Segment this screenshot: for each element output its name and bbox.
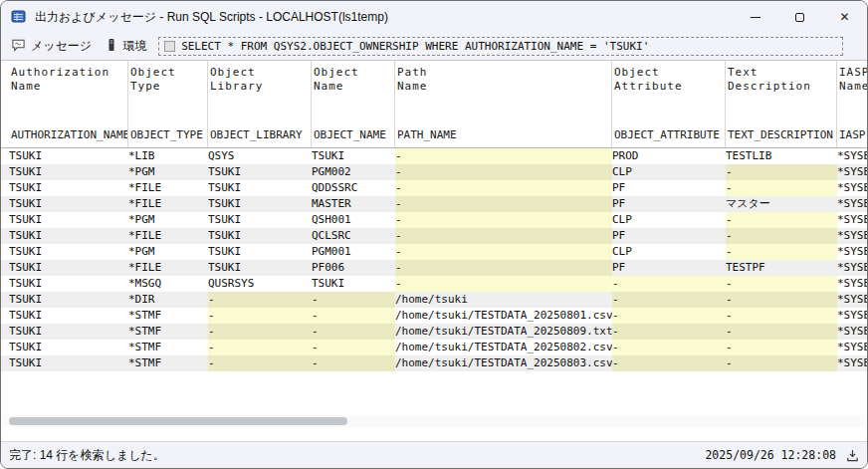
scrollbar-thumb[interactable] [9, 417, 347, 425]
table-row[interactable]: TSUKI*STMF--/home/tsuki/TESTDATA_2025080… [1, 355, 867, 371]
table-cell[interactable]: PF [612, 228, 726, 244]
table-cell[interactable]: - [312, 292, 395, 308]
table-cell[interactable]: TSUKI [9, 292, 128, 308]
table-cell[interactable]: PROD [612, 148, 726, 164]
table-cell[interactable]: - [612, 324, 726, 340]
table-cell[interactable]: - [395, 148, 612, 164]
table-cell[interactable]: - [612, 355, 726, 371]
table-cell[interactable]: *SYSB [837, 340, 867, 355]
table-cell[interactable]: TSUKI [208, 180, 312, 196]
table-cell[interactable]: マスター [726, 196, 837, 212]
table-cell[interactable]: - [208, 340, 312, 355]
table-cell[interactable]: - [726, 244, 837, 260]
table-cell[interactable]: *SYSB [837, 355, 867, 371]
table-cell[interactable]: - [612, 292, 726, 308]
table-cell[interactable]: CLP [612, 212, 726, 228]
table-cell[interactable]: *SYSB [837, 308, 867, 324]
table-cell[interactable]: QDDSSRC [312, 180, 395, 196]
table-cell[interactable]: *SYSB [837, 324, 867, 340]
table-row[interactable]: TSUKI*STMF--/home/tsuki/TESTDATA_2025080… [1, 324, 867, 340]
minimize-button[interactable] [733, 1, 777, 33]
sql-statement-field[interactable]: SELECT * FROM QSYS2.OBJECT_OWNERSHIP WHE… [158, 37, 843, 56]
table-cell[interactable]: *FILE [128, 196, 208, 212]
close-button[interactable]: ✕ [822, 1, 867, 33]
table-cell[interactable]: TSUKI [9, 180, 128, 196]
table-cell[interactable]: *STMF [128, 308, 208, 324]
table-cell[interactable]: QSYS [208, 148, 312, 164]
table-cell[interactable]: - [395, 244, 612, 260]
table-row[interactable]: TSUKI*LIBQSYSTSUKI-PRODTESTLIB*SYSB [1, 148, 867, 164]
table-cell[interactable]: TSUKI [9, 308, 128, 324]
table-cell[interactable]: TSUKI [9, 276, 128, 292]
table-cell[interactable]: TSUKI [208, 196, 312, 212]
table-cell[interactable]: PF [612, 196, 726, 212]
table-cell[interactable]: TESTPF [726, 260, 837, 276]
table-cell[interactable]: PGM001 [312, 244, 395, 260]
table-cell[interactable]: - [726, 212, 837, 228]
table-row[interactable]: TSUKI*STMF--/home/tsuki/TESTDATA_2025080… [1, 340, 867, 355]
table-cell[interactable]: *SYSB [837, 196, 867, 212]
column-header[interactable]: ObjectTypeOBJECT_TYPE [128, 61, 208, 147]
table-cell[interactable]: TSUKI [312, 276, 395, 292]
table-row[interactable]: TSUKI*MSGQQUSRSYSTSUKI---*SYSB [1, 276, 867, 292]
table-cell[interactable]: - [726, 355, 837, 371]
table-cell[interactable]: *STMF [128, 340, 208, 355]
table-cell[interactable]: QUSRSYS [208, 276, 312, 292]
table-cell[interactable]: TSUKI [9, 212, 128, 228]
table-cell[interactable]: - [395, 180, 612, 196]
table-cell[interactable]: TSUKI [9, 164, 128, 180]
table-cell[interactable]: *SYSB [837, 180, 867, 196]
table-row[interactable]: TSUKI*FILETSUKIQDDSSRC-PF-*SYSB [1, 180, 867, 196]
table-cell[interactable]: *DIR [128, 292, 208, 308]
table-cell[interactable]: QCLSRC [312, 228, 395, 244]
table-cell[interactable]: QSH001 [312, 212, 395, 228]
table-row[interactable]: TSUKI*STMF--/home/tsuki/TESTDATA_2025080… [1, 308, 867, 324]
table-cell[interactable]: - [312, 324, 395, 340]
table-cell[interactable]: - [208, 355, 312, 371]
table-cell[interactable]: *FILE [128, 228, 208, 244]
table-cell[interactable]: *FILE [128, 260, 208, 276]
table-cell[interactable]: /home/tsuki/TESTDATA_20250809.txt [395, 324, 612, 340]
table-cell[interactable]: *SYSB [837, 164, 867, 180]
table-cell[interactable]: PGM002 [312, 164, 395, 180]
table-cell[interactable]: - [312, 355, 395, 371]
table-cell[interactable]: TESTLIB [726, 148, 837, 164]
column-header[interactable]: PathNamePATH_NAME [395, 61, 612, 147]
table-cell[interactable]: - [612, 276, 726, 292]
table-cell[interactable]: - [395, 196, 612, 212]
column-header[interactable]: AuthorizationNameAUTHORIZATION_NAME [9, 61, 128, 147]
table-cell[interactable]: - [208, 292, 312, 308]
column-header[interactable]: ObjectNameOBJECT_NAME [312, 61, 395, 147]
table-cell[interactable]: - [395, 260, 612, 276]
table-cell[interactable]: *SYSB [837, 244, 867, 260]
table-cell[interactable]: *LIB [128, 148, 208, 164]
table-cell[interactable]: *STMF [128, 324, 208, 340]
table-row[interactable]: TSUKI*PGMTSUKIPGM002-CLP-*SYSB [1, 164, 867, 180]
table-cell[interactable]: - [312, 340, 395, 355]
table-cell[interactable]: /home/tsuki [395, 292, 612, 308]
table-cell[interactable]: /home/tsuki/TESTDATA_20250802.csv [395, 340, 612, 355]
table-cell[interactable]: /home/tsuki/TESTDATA_20250801.csv [395, 308, 612, 324]
table-cell[interactable]: PF006 [312, 260, 395, 276]
table-cell[interactable]: - [208, 324, 312, 340]
table-cell[interactable]: TSUKI [9, 340, 128, 355]
table-cell[interactable]: *SYSB [837, 228, 867, 244]
column-header[interactable]: TextDescriptionTEXT_DESCRIPTION [726, 61, 837, 147]
table-cell[interactable]: TSUKI [208, 212, 312, 228]
table-row[interactable]: TSUKI*FILETSUKIPF006-PFTESTPF*SYSB [1, 260, 867, 276]
table-cell[interactable]: TSUKI [9, 324, 128, 340]
table-cell[interactable]: TSUKI [312, 148, 395, 164]
table-cell[interactable]: PF [612, 180, 726, 196]
table-cell[interactable]: TSUKI [208, 228, 312, 244]
table-cell[interactable]: TSUKI [9, 260, 128, 276]
table-row[interactable]: TSUKI*PGMTSUKIPGM001-CLP-*SYSB [1, 244, 867, 260]
table-cell[interactable]: *FILE [128, 180, 208, 196]
table-cell[interactable]: *SYSB [837, 276, 867, 292]
table-cell[interactable]: - [395, 212, 612, 228]
table-cell[interactable]: - [312, 308, 395, 324]
column-header[interactable]: ObjectAttributeOBJECT_ATTRIBUTE [612, 61, 726, 147]
table-cell[interactable]: TSUKI [9, 355, 128, 371]
table-cell[interactable]: CLP [612, 164, 726, 180]
table-cell[interactable]: - [726, 324, 837, 340]
table-cell[interactable]: TSUKI [9, 244, 128, 260]
